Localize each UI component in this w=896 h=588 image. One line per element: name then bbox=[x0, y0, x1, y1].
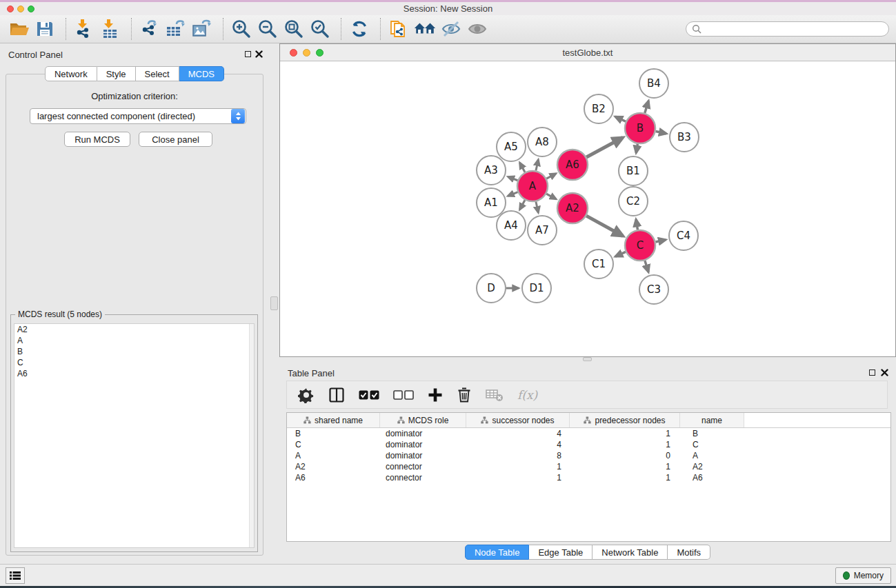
import-network-icon[interactable] bbox=[72, 17, 96, 41]
mcds-result-item[interactable]: A bbox=[14, 335, 254, 346]
edge-A-A5[interactable] bbox=[519, 163, 525, 172]
node-A3[interactable]: A3 bbox=[477, 156, 506, 185]
node-A4[interactable]: A4 bbox=[497, 211, 526, 240]
node-B3[interactable]: B3 bbox=[670, 123, 699, 152]
column-layout-icon[interactable] bbox=[328, 385, 345, 405]
cell-successor-nodes[interactable]: 1 bbox=[466, 472, 570, 483]
close-table-panel-icon[interactable] bbox=[881, 369, 888, 376]
edge-A-A4[interactable] bbox=[519, 200, 525, 210]
node-C4[interactable]: C4 bbox=[669, 221, 698, 250]
node-C2[interactable]: C2 bbox=[619, 187, 648, 216]
cell-name[interactable]: A bbox=[680, 450, 744, 461]
edge-A-A6[interactable] bbox=[546, 174, 556, 179]
table-row[interactable]: Adominator80A bbox=[287, 450, 890, 461]
edge-A6-B[interactable] bbox=[586, 138, 623, 158]
edge-A-A1[interactable] bbox=[508, 192, 517, 196]
cell-MCDS-role[interactable]: connector bbox=[380, 461, 466, 472]
cell-successor-nodes[interactable]: 4 bbox=[466, 428, 570, 439]
table-row[interactable]: A6connector11A6 bbox=[287, 472, 890, 483]
import-table-icon[interactable] bbox=[99, 17, 122, 41]
run-mcds-button[interactable]: Run MCDS bbox=[64, 132, 130, 147]
cell-shared-name[interactable]: A6 bbox=[287, 472, 380, 483]
export-table-icon[interactable] bbox=[164, 17, 188, 41]
cell-name[interactable]: A6 bbox=[680, 472, 744, 483]
cell-MCDS-role[interactable]: connector bbox=[380, 472, 466, 483]
task-history-button[interactable] bbox=[6, 567, 25, 584]
zoom-selected-icon[interactable] bbox=[308, 17, 332, 41]
node-A5[interactable]: A5 bbox=[497, 132, 526, 161]
edge-B-B2[interactable] bbox=[615, 116, 626, 121]
node-C1[interactable]: C1 bbox=[584, 250, 613, 278]
add-column-icon[interactable] bbox=[428, 385, 443, 405]
unselect-all-icon[interactable] bbox=[393, 385, 414, 405]
tab-network[interactable]: Network bbox=[45, 66, 97, 81]
close-panel-button[interactable]: Close panel bbox=[139, 132, 212, 147]
tab-style[interactable]: Style bbox=[97, 66, 136, 81]
show-panel-eye-icon[interactable] bbox=[466, 17, 489, 41]
cell-shared-name[interactable]: B bbox=[287, 428, 380, 439]
delete-table-icon[interactable] bbox=[486, 385, 504, 405]
edge-B-B1[interactable] bbox=[636, 144, 637, 153]
column-header-MCDS-role[interactable]: MCDS role bbox=[380, 413, 466, 427]
cell-predecessor-nodes[interactable]: 1 bbox=[570, 439, 680, 450]
node-A8[interactable]: A8 bbox=[528, 128, 557, 156]
mcds-result-item[interactable]: B bbox=[14, 346, 254, 357]
column-header-predecessor-nodes[interactable]: predecessor nodes bbox=[570, 413, 680, 427]
node-A6[interactable]: A6 bbox=[557, 150, 588, 180]
edge-C-C2[interactable] bbox=[636, 219, 637, 230]
cell-shared-name[interactable]: C bbox=[287, 439, 380, 450]
hide-panel-eye-slash-icon[interactable] bbox=[439, 17, 463, 41]
cell-predecessor-nodes[interactable]: 1 bbox=[570, 428, 680, 439]
list-scrollbar[interactable] bbox=[249, 324, 254, 547]
edge-C-C4[interactable] bbox=[655, 240, 666, 242]
cell-successor-nodes[interactable]: 4 bbox=[466, 439, 570, 450]
cell-shared-name[interactable]: A bbox=[287, 450, 380, 461]
node-A[interactable]: A bbox=[517, 171, 548, 201]
cell-shared-name[interactable]: A2 bbox=[287, 461, 380, 472]
cell-successor-nodes[interactable]: 8 bbox=[466, 450, 570, 461]
function-builder-icon[interactable]: f(x) bbox=[517, 385, 537, 405]
horizontal-split-grip[interactable] bbox=[583, 357, 592, 361]
node-D1[interactable]: D1 bbox=[522, 274, 551, 303]
float-table-panel-icon[interactable] bbox=[869, 369, 875, 376]
node-A1[interactable]: A1 bbox=[477, 188, 506, 217]
open-session-icon[interactable] bbox=[7, 17, 30, 41]
edge-A-A8[interactable] bbox=[536, 159, 539, 170]
session-file-icon[interactable] bbox=[387, 17, 410, 41]
tab-select[interactable]: Select bbox=[136, 66, 179, 81]
edge-B-B3[interactable] bbox=[656, 132, 667, 134]
refresh-icon[interactable] bbox=[348, 17, 371, 41]
edge-A-A3[interactable] bbox=[508, 176, 517, 180]
node-A2[interactable]: A2 bbox=[557, 193, 588, 223]
memory-button[interactable]: Memory bbox=[835, 567, 891, 584]
save-session-icon[interactable] bbox=[33, 17, 57, 41]
cell-successor-nodes[interactable]: 1 bbox=[466, 461, 570, 472]
criterion-dropdown[interactable]: largest connected component (directed) bbox=[30, 108, 246, 124]
node-B2[interactable]: B2 bbox=[584, 94, 613, 123]
mcds-result-item[interactable]: A2 bbox=[14, 324, 254, 335]
edge-A-A2[interactable] bbox=[546, 194, 556, 199]
mcds-result-item[interactable]: C bbox=[14, 357, 254, 368]
export-image-icon[interactable] bbox=[190, 17, 214, 41]
overview-homes-icon[interactable] bbox=[413, 17, 437, 41]
network-graph[interactable]: AA1A2A3A4A5A6A7A8BB1B2B3B4CC1C2C3C4DD1 bbox=[280, 61, 895, 356]
cell-MCDS-role[interactable]: dominator bbox=[380, 428, 466, 439]
delete-column-icon[interactable] bbox=[457, 385, 472, 405]
node-D[interactable]: D bbox=[477, 274, 506, 303]
network-canvas[interactable]: AA1A2A3A4A5A6A7A8BB1B2B3B4CC1C2C3C4DD1 bbox=[280, 61, 895, 356]
node-A7[interactable]: A7 bbox=[528, 216, 557, 245]
tab-network-table[interactable]: Network Table bbox=[593, 545, 668, 560]
table-row[interactable]: Cdominator41C bbox=[287, 439, 890, 450]
edge-B-B4[interactable] bbox=[645, 101, 648, 113]
export-network-icon[interactable] bbox=[138, 17, 161, 41]
cell-MCDS-role[interactable]: dominator bbox=[380, 439, 466, 450]
cell-predecessor-nodes[interactable]: 1 bbox=[570, 461, 680, 472]
cell-predecessor-nodes[interactable]: 0 bbox=[570, 450, 680, 461]
cell-name[interactable]: C bbox=[680, 439, 744, 450]
zoom-fit-icon[interactable] bbox=[282, 17, 306, 41]
cell-name[interactable]: B bbox=[680, 428, 744, 439]
column-header-successor-nodes[interactable]: successor nodes bbox=[466, 413, 570, 427]
cell-predecessor-nodes[interactable]: 1 bbox=[570, 472, 680, 483]
edge-C-C3[interactable] bbox=[645, 261, 648, 272]
cell-name[interactable]: A2 bbox=[680, 461, 744, 472]
